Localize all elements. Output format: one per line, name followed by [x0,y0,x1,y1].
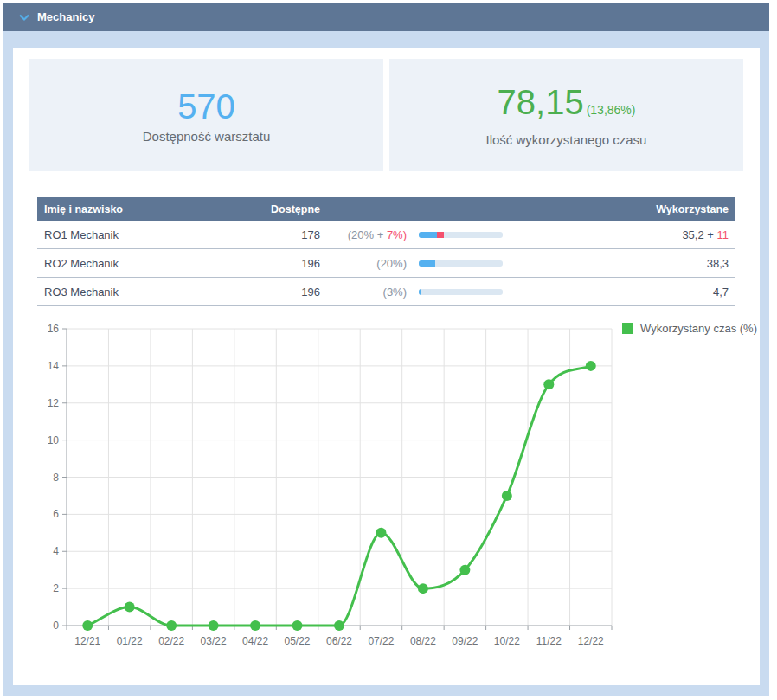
usage-percent: (3%) [320,286,407,299]
table-row: RO2 Mechanik 196 (20%) 38,3 [37,249,735,278]
available-hours: 196 [260,257,320,270]
legend-swatch-icon [622,323,633,334]
svg-text:10/22: 10/22 [494,635,520,647]
availability-value: 570 [177,87,235,125]
panel-body: 570 Dostępność warsztatu 78,15(13,86%) I… [3,31,769,696]
usage-percent: (20%) [320,257,407,270]
usage-bar-blue-segment [419,260,435,267]
legend-label: Wykorzystany czas (%) [640,322,757,335]
svg-text:02/22: 02/22 [158,635,184,647]
svg-text:05/22: 05/22 [285,635,311,647]
stat-card-availability: 570 Dostępność warsztatu [29,59,383,171]
svg-text:12: 12 [48,397,60,409]
column-header-name: Imię i nazwisko [44,203,260,215]
usage-line-chart[interactable]: 024681012141612/2101/2202/2203/2204/2205… [37,320,619,659]
column-header-used: Wykorzystane [513,203,729,215]
legend-item-used-time[interactable]: Wykorzystany czas (%) [622,322,757,335]
usage-bar-blue-segment [419,289,421,295]
usage-percent: (20% + 7%) [320,228,407,241]
usage-bar-track [419,260,503,267]
svg-text:6: 6 [53,508,59,520]
mechanic-name: RO2 Mechanik [44,257,260,270]
svg-text:04/22: 04/22 [242,635,268,647]
svg-text:11/22: 11/22 [536,635,562,647]
used-time-number: 78,15 [498,83,584,121]
svg-text:4: 4 [53,545,59,557]
mechanics-panel: Mechanicy 570 Dostępność warsztatu 78,15… [3,3,769,696]
available-hours: 196 [260,286,320,299]
extra-percent: 7%) [387,228,407,241]
used-hours: 38,3 [513,257,729,270]
usage-bar-pink-segment [437,232,444,238]
extra-used-hours: 11 [717,228,729,241]
svg-text:09/22: 09/22 [452,635,478,647]
table-row: RO1 Mechanik 178 (20% + 7%) 35,2 + 11 [37,221,735,249]
panel-header[interactable]: Mechanicy [3,3,769,31]
table-row: RO3 Mechanik 196 (3%) 4,7 [37,278,735,306]
chevron-down-icon[interactable] [18,11,30,23]
svg-text:01/22: 01/22 [117,635,143,647]
mechanic-name: RO1 Mechanik [44,228,260,241]
svg-text:10: 10 [48,434,60,446]
mechanics-table: Imię i nazwisko Dostępne Wykorzystane RO… [37,197,735,306]
stat-card-used-time: 78,15(13,86%) Ilość wykorzystanego czasu [389,59,743,171]
usage-chart-area: 024681012141612/2101/2202/2203/2204/2205… [37,320,735,663]
used-time-value: 78,15(13,86%) [498,83,636,129]
table-header-row: Imię i nazwisko Dostępne Wykorzystane [37,197,735,221]
svg-text:08/22: 08/22 [410,635,436,647]
panel-title: Mechanicy [37,10,94,23]
stat-cards: 570 Dostępność warsztatu 78,15(13,86%) I… [29,59,743,171]
svg-text:14: 14 [48,360,60,372]
svg-text:2: 2 [53,582,59,594]
used-time-label: Ilość wykorzystanego czasu [486,132,647,147]
svg-text:8: 8 [53,472,59,484]
mechanic-name: RO3 Mechanik [44,286,260,299]
svg-text:12/22: 12/22 [578,635,604,647]
usage-bar [419,260,503,267]
svg-text:07/22: 07/22 [368,635,394,647]
column-header-available: Dostępne [260,203,320,215]
svg-text:0: 0 [53,620,59,632]
panel-content: 570 Dostępność warsztatu 78,15(13,86%) I… [13,48,760,685]
usage-bar-track [419,289,503,295]
used-hours: 4,7 [513,286,729,299]
usage-bar [419,289,503,295]
availability-label: Dostępność warsztatu [143,129,271,144]
svg-text:12/21: 12/21 [74,635,100,647]
usage-bar-track [419,232,503,238]
usage-bar [419,232,503,238]
used-hours: 35,2 + 11 [513,228,729,241]
svg-text:06/22: 06/22 [326,635,352,647]
usage-bar-blue-segment [419,232,437,238]
svg-text:16: 16 [48,323,60,335]
used-time-percent: (13,86%) [587,103,636,117]
available-hours: 178 [260,228,320,241]
svg-text:03/22: 03/22 [201,635,227,647]
